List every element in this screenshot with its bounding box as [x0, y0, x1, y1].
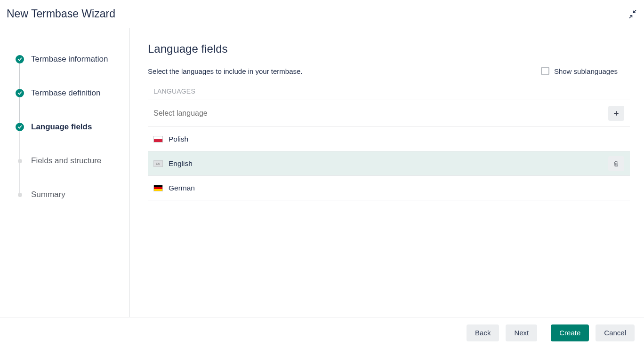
wizard-window: New Termbase Wizard Termbase infor — [0, 0, 644, 348]
wizard-stepper: Termbase information Termbase definition — [0, 28, 130, 317]
language-row-german[interactable]: German — [148, 176, 630, 200]
flag-germany-icon — [153, 185, 163, 191]
languages-area: Polish EN English German — [148, 100, 630, 200]
cancel-button[interactable]: Cancel — [596, 324, 635, 341]
checkbox-icon — [541, 67, 549, 75]
plus-icon — [613, 111, 619, 116]
language-row-polish[interactable]: Polish — [148, 127, 630, 151]
step-termbase-information[interactable]: Termbase information — [15, 42, 129, 76]
language-select-input[interactable] — [153, 107, 604, 119]
language-name: English — [169, 159, 603, 168]
language-select-row — [148, 100, 630, 127]
flag-poland-icon — [153, 136, 163, 142]
pending-dot-icon — [15, 190, 24, 199]
subhead-row: Select the languages to include in your … — [148, 67, 630, 75]
step-label: Fields and structure — [31, 156, 101, 166]
check-icon — [15, 55, 24, 64]
step-label: Termbase information — [31, 55, 108, 64]
add-language-button[interactable] — [608, 106, 624, 121]
flag-english-icon: EN — [153, 160, 163, 167]
language-name: German — [169, 184, 624, 192]
languages-section-label: LANGUAGES — [148, 83, 630, 100]
checkbox-label: Show sublanguages — [554, 67, 618, 75]
main-content: Language fields Select the languages to … — [130, 28, 644, 317]
page-description: Select the languages to include in your … — [148, 67, 303, 75]
language-row-english[interactable]: EN English — [148, 151, 630, 176]
step-label: Summary — [31, 190, 65, 199]
step-summary[interactable]: Summary — [15, 178, 129, 212]
pending-dot-icon — [15, 156, 24, 166]
language-name: Polish — [169, 135, 624, 143]
titlebar-title: New Termbase Wizard — [7, 8, 115, 20]
step-label: Termbase definition — [31, 88, 100, 98]
wizard-footer: Back Next Create Cancel — [0, 317, 644, 348]
footer-divider — [544, 326, 544, 340]
stepper-list: Termbase information Termbase definition — [15, 42, 129, 212]
step-fields-and-structure[interactable]: Fields and structure — [15, 144, 129, 178]
check-icon — [15, 88, 24, 98]
delete-language-button[interactable] — [608, 156, 624, 171]
next-button[interactable]: Next — [506, 324, 537, 341]
step-label: Language fields — [31, 122, 92, 132]
step-language-fields[interactable]: Language fields — [15, 110, 129, 144]
page-title: Language fields — [148, 42, 630, 55]
step-termbase-definition[interactable]: Termbase definition — [15, 76, 129, 110]
collapse-icon[interactable] — [628, 9, 637, 19]
show-sublanguages-checkbox[interactable]: Show sublanguages — [541, 67, 630, 75]
titlebar: New Termbase Wizard — [0, 0, 644, 28]
check-icon — [15, 122, 24, 132]
back-button[interactable]: Back — [467, 324, 499, 341]
body: Termbase information Termbase definition — [0, 28, 644, 317]
trash-icon — [613, 160, 620, 167]
create-button[interactable]: Create — [551, 324, 589, 341]
